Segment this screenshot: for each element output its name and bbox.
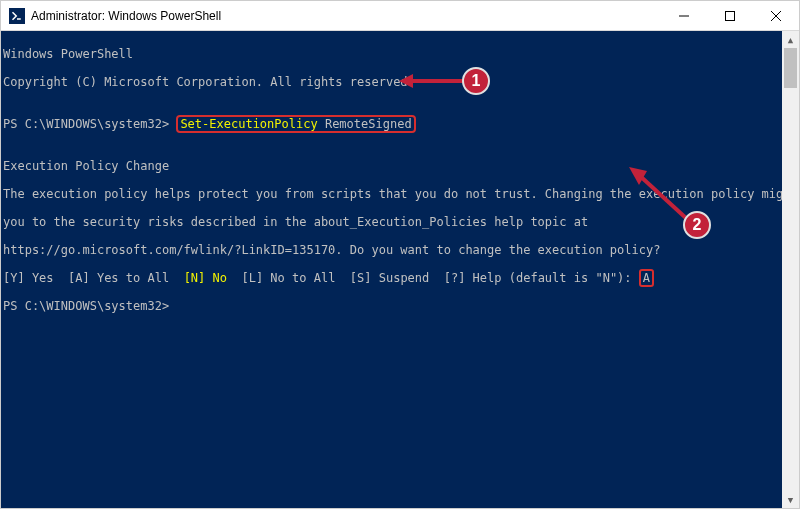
powershell-icon xyxy=(9,8,25,24)
highlight-input: A xyxy=(639,269,654,287)
scroll-down-button[interactable]: ▼ xyxy=(782,491,799,508)
scroll-thumb[interactable] xyxy=(784,48,797,88)
command-part: RemoteSigned xyxy=(325,117,412,131)
prompt-prefix: PS C:\WINDOWS\system32> xyxy=(3,117,176,131)
console-line: The execution policy helps protect you f… xyxy=(3,187,793,201)
minimize-button[interactable] xyxy=(661,1,707,30)
choices-post: [L] No to All [S] Suspend [?] Help (defa… xyxy=(227,271,639,285)
maximize-button[interactable] xyxy=(707,1,753,30)
console-line: Copyright (C) Microsoft Corporation. All… xyxy=(3,75,793,89)
console-line: Windows PowerShell xyxy=(3,47,793,61)
window-title: Administrator: Windows PowerShell xyxy=(31,9,221,23)
scroll-track[interactable] xyxy=(782,48,799,491)
window-controls xyxy=(661,1,799,30)
highlight-command: Set-ExecutionPolicy RemoteSigned xyxy=(176,115,415,133)
console-area[interactable]: Windows PowerShell Copyright (C) Microso… xyxy=(1,31,799,508)
console-choices-line: [Y] Yes [A] Yes to All [N] No [L] No to … xyxy=(3,271,793,285)
window-titlebar[interactable]: Administrator: Windows PowerShell xyxy=(1,1,799,31)
console-prompt-line: PS C:\WINDOWS\system32> xyxy=(3,299,793,313)
command-part: Set-ExecutionPolicy xyxy=(180,117,317,131)
console-line: you to the security risks described in t… xyxy=(3,215,793,229)
scrollbar[interactable]: ▲ ▼ xyxy=(782,31,799,508)
choices-pre: [Y] Yes [A] Yes to All xyxy=(3,271,184,285)
annotation-badge-2: 2 xyxy=(683,211,711,239)
scroll-up-button[interactable]: ▲ xyxy=(782,31,799,48)
choices-no: [N] No xyxy=(184,271,227,285)
annotation-badge-1: 1 xyxy=(462,67,490,95)
console-prompt-line: PS C:\WINDOWS\system32> Set-ExecutionPol… xyxy=(3,117,793,131)
svg-rect-1 xyxy=(726,11,735,20)
console-line: Execution Policy Change xyxy=(3,159,793,173)
console-line: https://go.microsoft.com/fwlink/?LinkID=… xyxy=(3,243,793,257)
close-button[interactable] xyxy=(753,1,799,30)
